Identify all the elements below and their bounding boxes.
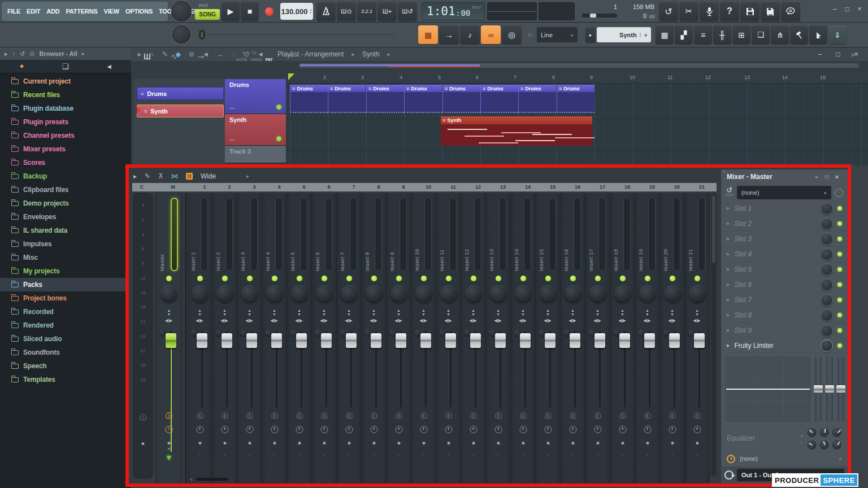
pan-knob[interactable] [565, 285, 581, 302]
browser-list-item[interactable]: My projects [0, 264, 131, 278]
mixer-strip[interactable]: Insert 19 ▲▼ ◀▶ ▲ [635, 193, 660, 483]
effect-slot[interactable]: ▶ Slot 6 [721, 277, 848, 293]
browser-tab-files-icon[interactable]: ❏ [62, 62, 69, 71]
grid-body[interactable]: ≡Drums ≡Drums ≡Drums ≡Drums [286, 84, 868, 165]
mute-led[interactable] [247, 276, 253, 281]
mute-led[interactable] [371, 276, 377, 281]
arm-disk-icon[interactable] [371, 412, 377, 419]
playlist-crumb[interactable]: Synth [362, 50, 380, 58]
main-volume-knob[interactable] [172, 25, 190, 43]
slot-enable-led[interactable] [837, 282, 842, 287]
pan-arrows-icon[interactable]: ◀▶ [643, 318, 651, 323]
bpm-display[interactable]: 130.000 ▲▼ [280, 3, 313, 20]
picker-tab-chan[interactable]: CHAN [250, 58, 262, 62]
timeline-ruler[interactable]: 23456789101112131415 [286, 72, 868, 84]
pan-knob[interactable] [366, 285, 383, 302]
help-button[interactable]: ? [720, 2, 739, 21]
eq-band-knob[interactable] [831, 439, 842, 450]
channel-number[interactable]: 6 [316, 183, 341, 191]
mixer-strip[interactable]: Insert 13 ▲▼ ◀▶ ▲ [486, 193, 511, 483]
pan-knob[interactable] [490, 285, 507, 302]
latency-clock-icon[interactable] [296, 426, 303, 433]
latency-clock-icon[interactable] [345, 426, 353, 433]
pan-arrows-icon[interactable]: ◀▶ [320, 318, 328, 323]
scroll-right-button[interactable]: » [851, 51, 855, 59]
arm-disk-icon[interactable] [669, 412, 675, 419]
eq-freq-knob[interactable] [831, 427, 842, 438]
fader-handle[interactable] [644, 333, 655, 348]
pan-knob[interactable] [540, 285, 557, 302]
channel-number[interactable]: 3 [242, 183, 267, 191]
track-enable-led[interactable] [276, 104, 281, 110]
current-channel-column[interactable]: 303691215182124273033 [133, 193, 153, 478]
slot-enable-led[interactable] [837, 267, 842, 272]
fader-handle[interactable] [570, 333, 580, 348]
arm-disk-icon[interactable] [495, 412, 501, 419]
eq-band1-slider[interactable] [815, 357, 822, 421]
select-dot[interactable] [422, 442, 425, 445]
swap-arrows-icon[interactable]: ▲▼ [297, 308, 301, 316]
eq-band3-slider[interactable] [837, 357, 844, 421]
tools-button[interactable] [790, 25, 808, 44]
column-c-label[interactable]: C [132, 183, 151, 191]
pan-knob[interactable] [192, 285, 209, 302]
slot-mix-knob[interactable] [821, 278, 833, 291]
channel-number[interactable]: 12 [466, 183, 491, 191]
select-dot[interactable] [397, 442, 400, 445]
channel-number[interactable]: 17 [590, 183, 615, 191]
mute-led[interactable] [545, 276, 551, 281]
drums-clip[interactable]: ≡Drums [442, 85, 480, 113]
menu-item[interactable]: FILE [7, 8, 20, 15]
pattern-prev-button[interactable]: ▸ [585, 27, 596, 42]
select-dot[interactable] [571, 442, 574, 445]
select-dot[interactable] [497, 442, 500, 445]
pan-knob[interactable] [689, 285, 706, 302]
channel-number[interactable]: 10 [416, 183, 441, 191]
slot-enable-led[interactable] [837, 343, 842, 348]
fader-handle[interactable] [371, 333, 381, 348]
playlist-minimize-button[interactable]: – [815, 50, 825, 59]
slot-mix-knob[interactable] [821, 339, 833, 352]
app-minimize-button[interactable]: – [830, 5, 840, 14]
snap-selector[interactable]: Line ▸ [537, 27, 578, 42]
recording-panel-button[interactable] [700, 2, 719, 21]
mixer-horizontal-scrollbar[interactable]: < [190, 477, 710, 482]
mixer-strip[interactable]: Insert 5 ▲▼ ◀▶ ▲ [287, 193, 312, 483]
slot-enable-led[interactable] [837, 221, 842, 226]
channel-number[interactable]: 13 [491, 183, 515, 191]
mute-led[interactable] [645, 276, 650, 281]
arm-disk-icon[interactable] [346, 412, 352, 419]
arm-disk-icon[interactable] [520, 412, 526, 419]
swap-arrows-icon[interactable]: ▲▼ [695, 308, 699, 316]
track-header-3[interactable]: Track 3 [225, 146, 286, 163]
track-header-drums[interactable]: Drums ⋯ [225, 79, 286, 114]
plugin-picker-button[interactable]: ❏ [752, 25, 770, 44]
arm-disk-icon[interactable] [321, 412, 327, 419]
mixer-strip[interactable]: Insert 17 ▲▼ ◀▶ ▲ [585, 193, 610, 483]
pan-knob[interactable] [266, 285, 283, 302]
browser-list-item[interactable]: Scores [0, 156, 131, 169]
mute-led[interactable] [197, 276, 203, 281]
select-dot[interactable] [522, 442, 524, 445]
main-pitch-knob[interactable] [171, 1, 192, 21]
arm-disk-icon[interactable] [222, 412, 228, 419]
channel-number[interactable]: 9 [391, 183, 416, 191]
mute-led[interactable] [695, 276, 700, 281]
mixer-strip[interactable]: Insert 18 ▲▼ ◀▶ ▲ [610, 193, 635, 483]
latency-clock-icon[interactable] [166, 426, 173, 433]
pattern-item-drums[interactable]: ≡ Drums [137, 87, 224, 100]
browser-list-item[interactable]: Mixer presets [0, 142, 131, 156]
browser-list-item[interactable]: Channel presets [0, 129, 131, 142]
mixer-strip-master[interactable]: Master ▲▼ ◀▶ ▲ ▼ [155, 193, 183, 483]
eq-band-knob[interactable] [819, 439, 830, 450]
play-marker[interactable] [288, 73, 294, 80]
playlist-maximize-button[interactable]: □ [833, 50, 843, 59]
slot-mix-knob[interactable] [821, 324, 833, 337]
pan-knob[interactable] [291, 285, 308, 302]
panel-close-button[interactable]: × [832, 172, 842, 181]
swap-arrows-icon[interactable]: ▲▼ [372, 308, 376, 316]
swap-arrows-icon[interactable]: ▲▼ [167, 308, 171, 316]
pan-arrows-icon[interactable]: ◀▶ [370, 318, 377, 323]
swap-arrows-icon[interactable]: ▲▼ [446, 308, 450, 316]
browser-list-item[interactable]: Envelopes [0, 210, 131, 224]
